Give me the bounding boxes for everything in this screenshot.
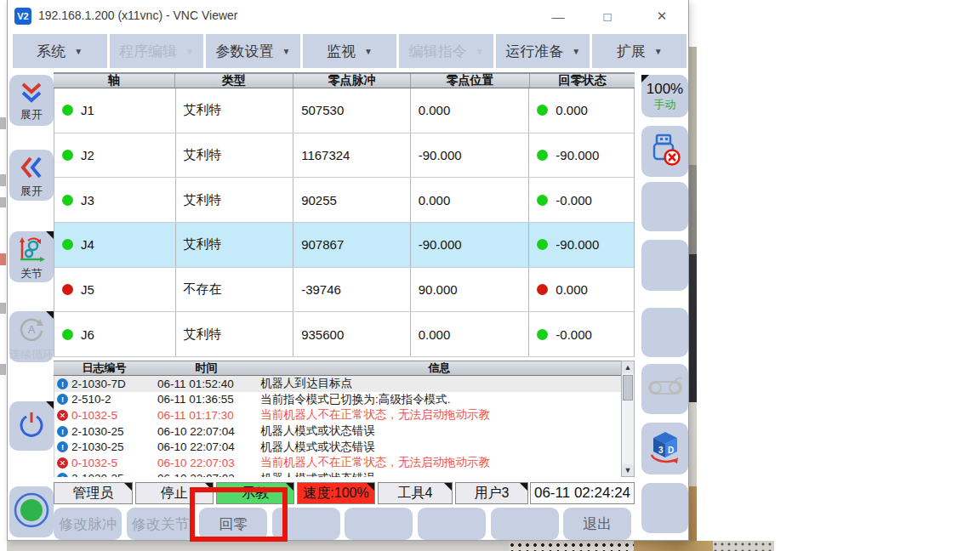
axis-col-header: 轴: [54, 74, 175, 88]
home-value: -90.000: [556, 148, 599, 162]
menu-label: 运行准备: [505, 42, 563, 61]
menu-1[interactable]: 系统▼: [13, 34, 107, 68]
corner-mark-icon: [444, 483, 452, 491]
corner-mark-icon: [46, 401, 54, 409]
view-3d-button[interactable]: 3D: [641, 423, 688, 474]
table-row-J5[interactable]: J5不存在-3974690.0000.000: [54, 268, 634, 313]
exit-button[interactable]: 退出: [563, 508, 631, 540]
log-row[interactable]: !2-1030-2506-10 22:07:03机器人模式或状态错误: [54, 471, 621, 477]
log-row[interactable]: !2-1030-2506-10 22:07:04机器人模式或状态错误: [54, 423, 621, 440]
zero-pulse-cell: 907867: [293, 223, 411, 267]
table-row-J2[interactable]: J2艾利特1167324-90.000-90.000: [54, 133, 634, 179]
log-message: 当前机器人不在正常状态，无法启动拖动示教: [260, 407, 621, 423]
error-icon: ✕: [57, 410, 68, 421]
clock-display[interactable]: 06-11 02:24:24: [530, 482, 635, 504]
axis-status-dot: [62, 239, 73, 250]
table-row-J6[interactable]: J6艾利特9356000.000-0.000: [54, 312, 634, 357]
maximize-button[interactable]: □: [598, 7, 617, 26]
axis-label: J6: [81, 327, 94, 342]
usb-status-button[interactable]: [641, 126, 688, 177]
gamepad-icon: [647, 373, 684, 406]
expand-down-button[interactable]: 展开: [9, 75, 54, 126]
window-titlebar[interactable]: V2 192.168.1.200 (x11vnc) - VNC Viewer —…: [8, 0, 688, 32]
type-cell: 艾利特: [176, 133, 294, 178]
background-text-fragment: [0, 197, 6, 207]
log-scrollbar[interactable]: ▲ ▼: [621, 361, 635, 477]
log-time: 06-10 22:07:04: [157, 440, 260, 453]
log-row[interactable]: ✕0-1032-506-11 01:17:30当前机器人不在正常状态，无法启动拖…: [54, 407, 621, 423]
table-row-J3[interactable]: J3艾利特902550.000-0.000: [54, 178, 634, 223]
empty-button[interactable]: [641, 240, 688, 291]
axis-label: J5: [81, 282, 94, 297]
table-row-J1[interactable]: J1艾利特5075300.0000.000: [54, 88, 634, 133]
home-value: -90.000: [556, 237, 599, 252]
type-cell: 不存在: [176, 268, 294, 312]
background-floor-strip: [7, 541, 509, 551]
home-status-dot: [537, 329, 548, 340]
menu-4[interactable]: 监视▼: [303, 34, 397, 68]
zero-pulse-cell: -39746: [293, 268, 411, 312]
menu-label: 监视: [327, 42, 356, 61]
empty-button[interactable]: [641, 182, 688, 231]
zero-pos-cell: 0.000: [411, 88, 530, 133]
zero-pulse-cell: 507530: [293, 88, 411, 133]
log-col-header: 信息: [258, 361, 621, 375]
log-row[interactable]: !2-1030-2506-10 22:07:04机器人模式或状态错误: [54, 439, 621, 455]
power-button[interactable]: [9, 401, 54, 451]
menu-3[interactable]: 参数设置▼: [206, 34, 300, 68]
empty-button[interactable]: [491, 508, 559, 540]
chevron-down-icon: ▼: [572, 47, 580, 56]
double-chevron-left-icon: [20, 155, 43, 184]
log-id: 2-1030-25: [71, 425, 157, 438]
background-pegboard-strip: [509, 541, 634, 551]
zero-pos-cell: 0.000: [411, 178, 530, 222]
home-status-dot: [537, 195, 548, 206]
empty-button[interactable]: [641, 483, 688, 533]
background-text-fragment: [0, 253, 6, 265]
user-role-badge[interactable]: 管理员: [54, 482, 133, 504]
log-row[interactable]: ✕0-1032-506-10 22:07:03当前机器人不在正常状态，无法启动拖…: [54, 455, 621, 471]
empty-button[interactable]: [345, 508, 413, 540]
axis-col-header: 类型: [175, 74, 293, 88]
log-time: 06-10 22:07:03: [157, 457, 260, 469]
background-text-fragment: [0, 174, 6, 186]
home-status-cell: 0.000: [529, 88, 634, 133]
speed-mode-indicator[interactable]: 100%手动: [641, 75, 688, 117]
log-time: 06-11 01:36:55: [157, 393, 260, 406]
chevron-down-icon: ▼: [74, 47, 83, 56]
tool-badge[interactable]: 工具4: [378, 482, 453, 504]
speed-badge[interactable]: 速度:100%: [297, 482, 375, 504]
svg-text:A: A: [28, 323, 36, 336]
scroll-up-icon[interactable]: ▲: [622, 361, 634, 373]
scroll-down-icon[interactable]: ▼: [622, 464, 634, 476]
log-row[interactable]: !2-1030-7D06-11 01:52:40机器人到达目标点: [54, 376, 621, 392]
empty-button[interactable]: [641, 308, 688, 357]
home-status-dot: [537, 150, 548, 161]
menu-7[interactable]: 扩展▼: [592, 34, 687, 68]
home-status-cell: -90.000: [529, 223, 634, 267]
axis-table: J1艾利特5075300.0000.000J2艾利特1167324-90.000…: [54, 88, 635, 357]
empty-button[interactable]: [418, 508, 486, 540]
type-cell: 艾利特: [176, 312, 294, 356]
menu-6[interactable]: 运行准备▼: [496, 34, 590, 68]
chevron-down-icon: ▼: [185, 47, 194, 56]
modify-pulse-button: 修改脉冲: [54, 508, 122, 540]
home-status-cell: -0.000: [529, 178, 634, 222]
log-col-header: 时间: [155, 361, 258, 375]
table-row-J4[interactable]: J4艾利特907867-90.000-90.000: [54, 223, 634, 268]
axis-status-dot: [62, 150, 73, 161]
expand-left-button[interactable]: 展开: [9, 150, 54, 201]
servo-enable-button[interactable]: [9, 486, 54, 537]
joint-coord-button[interactable]: 关节: [9, 231, 54, 282]
log-row[interactable]: !2-510-206-11 01:36:55当前指令模式已切换为:高级指令模式.: [54, 392, 621, 408]
gamepad-button[interactable]: [641, 364, 688, 414]
axis-status-dot: [62, 195, 73, 206]
minimize-button[interactable]: —: [549, 7, 567, 26]
continuous-cycle-button[interactable]: A连续循环: [9, 311, 54, 362]
scrollbar-thumb[interactable]: [623, 375, 633, 400]
user-frame-badge[interactable]: 用户3: [455, 482, 528, 504]
log-id: 2-1030-25: [71, 472, 157, 477]
background-pegboard-strip-2: [713, 541, 774, 551]
close-button[interactable]: ✕: [652, 7, 671, 26]
home-value: 0.000: [556, 282, 588, 297]
